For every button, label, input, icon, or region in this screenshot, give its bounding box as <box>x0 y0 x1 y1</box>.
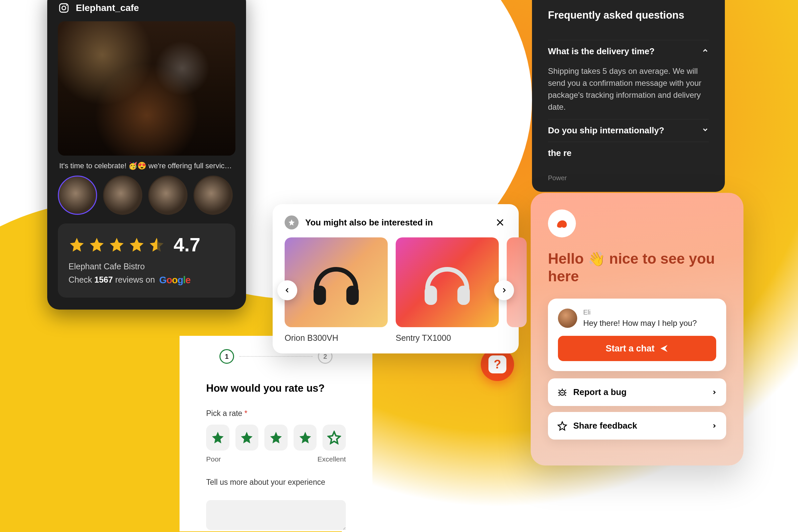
svg-point-1 <box>62 6 65 10</box>
insta-thumb-3[interactable] <box>148 175 188 215</box>
survey-rate-label-text: Pick a rate <box>206 409 244 418</box>
survey-rate-label: Pick a rate * <box>206 409 346 418</box>
review-count: 1567 <box>94 275 113 284</box>
rating-star-2[interactable] <box>235 424 259 451</box>
rec-item-2[interactable]: Sentry TX1000 <box>396 238 499 343</box>
instagram-icon <box>58 2 70 14</box>
insta-thumb-1[interactable] <box>58 175 97 215</box>
rating-star-3[interactable] <box>264 424 288 451</box>
insta-handle: Elephant_cafe <box>76 3 139 13</box>
step-divider <box>240 356 312 357</box>
star-outline-icon <box>557 421 567 431</box>
star-icon <box>69 236 85 253</box>
survey-textarea[interactable] <box>206 500 346 530</box>
google-logo: Google <box>159 274 191 286</box>
faq-title: Frequently asked questions <box>548 9 709 21</box>
svg-rect-4 <box>346 286 359 305</box>
chevron-right-icon <box>711 387 717 397</box>
scale-high: Excellent <box>318 455 346 463</box>
rating-star-row <box>206 424 346 451</box>
close-button[interactable] <box>493 216 507 229</box>
share-feedback-button[interactable]: Share feedback <box>548 412 726 440</box>
star-icon <box>108 236 125 253</box>
review-star-row: 4.7 <box>69 233 225 256</box>
faq-question-1-text: What is the delivery time? <box>548 46 655 57</box>
help-icon: ? <box>489 356 507 374</box>
recommendations-card: You might also be interested in Orion B3… <box>273 204 519 354</box>
insta-thumb-2[interactable] <box>103 175 142 215</box>
help-glyph: ? <box>494 358 501 372</box>
chat-panel: Eli Hey there! How may I help you? Start… <box>548 299 726 372</box>
step-1[interactable]: 1 <box>220 349 234 364</box>
chat-hello: Hello 👋 nice to see you here <box>548 250 726 285</box>
rating-scale-labels: Poor Excellent <box>206 455 346 463</box>
brand-icon <box>555 216 569 231</box>
faq-item-1: What is the delivery time? Shipping take… <box>548 40 709 119</box>
recommendations-title: You might also be interested in <box>305 217 487 228</box>
review-suffix: reviews on <box>113 275 157 284</box>
insta-caption: It's time to celebrate! 🥳😍 we're offerin… <box>58 162 235 170</box>
svg-rect-5 <box>424 286 437 305</box>
rec-item-1-name: Orion B300VH <box>285 333 388 343</box>
rec-item-1[interactable]: Orion B300VH <box>285 238 388 343</box>
chat-agent-msg: Hey there! How may I help you? <box>583 318 697 329</box>
carousel-next-button[interactable] <box>494 280 514 300</box>
faq-question-2[interactable]: Do you ship internationally? <box>548 125 709 136</box>
chat-agent-name: Eli <box>583 308 697 316</box>
svg-rect-3 <box>314 286 326 305</box>
svg-rect-6 <box>457 286 470 305</box>
review-prefix: Check <box>69 275 94 284</box>
chevron-right-icon <box>711 421 717 431</box>
review-summary: 4.7 Elephant Cafe Bistro Check 1567 revi… <box>58 224 235 298</box>
rating-star-4[interactable] <box>293 424 317 451</box>
survey-heading: How would you rate us? <box>206 382 346 394</box>
rec-image-1 <box>285 238 388 327</box>
chat-message-text: Eli Hey there! How may I help you? <box>583 308 697 329</box>
insta-thumb-4[interactable] <box>193 175 233 215</box>
chat-message: Eli Hey there! How may I help you? <box>558 308 716 329</box>
faq-question-3[interactable]: the re <box>548 148 709 158</box>
avatar <box>558 308 577 328</box>
scale-low: Poor <box>206 455 221 463</box>
chat-hello-1: Hello <box>548 250 588 267</box>
carousel-prev-button[interactable] <box>277 280 297 300</box>
send-icon <box>659 344 669 353</box>
chat-logo <box>548 209 576 238</box>
recommendations-header: You might also be interested in <box>285 215 507 229</box>
insta-header: Elephant_cafe <box>58 2 235 14</box>
review-score: 4.7 <box>174 233 201 256</box>
star-icon <box>89 236 105 253</box>
survey-textarea-label: Tell us more about your experience <box>206 478 346 487</box>
headphone-icon <box>419 254 475 310</box>
faq-item-2: Do you ship internationally? <box>548 119 709 141</box>
report-bug-button[interactable]: Report a bug <box>548 378 726 406</box>
rating-star-5[interactable] <box>323 424 346 451</box>
share-feedback-label: Share feedback <box>573 421 637 431</box>
faq-powered-text: Power <box>548 174 709 182</box>
rating-star-1[interactable] <box>206 424 229 451</box>
report-bug-label: Report a bug <box>573 387 626 397</box>
bug-icon <box>557 387 567 397</box>
review-business-name: Elephant Cafe Bistro <box>69 262 225 271</box>
chevron-down-icon <box>702 125 709 136</box>
insta-hero-image[interactable] <box>58 21 235 156</box>
required-indicator: * <box>244 409 247 418</box>
start-chat-label: Start a chat <box>606 343 654 354</box>
star-badge-icon <box>285 215 299 229</box>
faq-answer-1: Shipping takes 5 days on average. We wil… <box>548 65 709 113</box>
faq-question-3-text: the re <box>548 148 572 158</box>
faq-item-3: the re <box>548 141 709 164</box>
rec-image-2 <box>396 238 499 327</box>
faq-question-1[interactable]: What is the delivery time? <box>548 46 709 57</box>
star-half-icon <box>148 236 165 253</box>
wave-icon: 👋 <box>588 251 605 267</box>
review-line: Check 1567 reviews on Google <box>69 274 225 286</box>
headphone-icon <box>308 254 364 310</box>
faq-question-2-text: Do you ship internationally? <box>548 125 664 136</box>
recommendations-row: Orion B300VH Sentry TX1000 <box>285 238 507 343</box>
svg-point-2 <box>66 5 67 6</box>
insta-thumb-row <box>58 175 235 215</box>
rec-item-2-name: Sentry TX1000 <box>396 333 499 343</box>
start-chat-button[interactable]: Start a chat <box>558 336 716 361</box>
chevron-up-icon <box>702 46 709 57</box>
